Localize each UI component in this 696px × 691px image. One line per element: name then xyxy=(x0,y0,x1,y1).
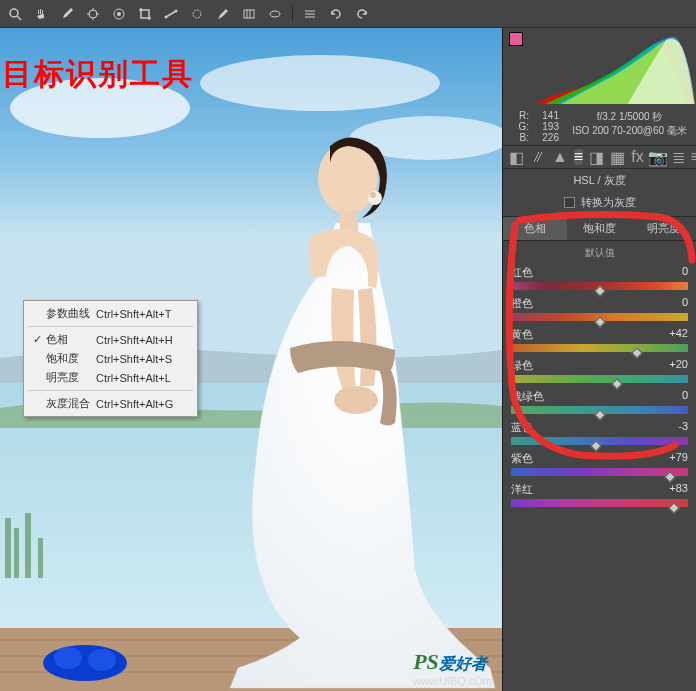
slider-blue[interactable]: 蓝色-3 xyxy=(511,420,688,445)
lens-icon[interactable]: ▦ xyxy=(610,149,625,165)
slider-yellow-value[interactable]: +42 xyxy=(669,327,688,342)
tab-saturation[interactable]: 饱和度 xyxy=(567,217,631,240)
slider-blue-value[interactable]: -3 xyxy=(678,420,688,435)
slider-thumb[interactable] xyxy=(590,440,601,451)
slider-green[interactable]: 绿色+20 xyxy=(511,358,688,383)
grayscale-checkbox[interactable] xyxy=(564,197,575,208)
menu-item-saturation[interactable]: 饱和度 Ctrl+Shft+Alt+S xyxy=(24,349,197,368)
top-toolbar xyxy=(0,0,696,28)
svg-point-0 xyxy=(10,9,18,17)
svg-point-34 xyxy=(54,647,82,669)
slider-magenta-value[interactable]: +83 xyxy=(669,482,688,497)
slider-aqua-value[interactable]: 0 xyxy=(682,389,688,404)
radial-icon[interactable] xyxy=(266,5,284,23)
slider-orange-value[interactable]: 0 xyxy=(682,296,688,311)
panel-menu-icon[interactable]: ≡ xyxy=(691,149,696,165)
svg-point-40 xyxy=(334,386,378,414)
svg-point-22 xyxy=(200,55,440,111)
slider-thumb[interactable] xyxy=(631,347,642,358)
panel-tab-icons: ◧ ⫽ ▲ ≡ ◨ ▦ fx 📷 ≣ ≡ xyxy=(503,145,696,169)
svg-point-10 xyxy=(165,15,168,18)
hsl-tabs: 色相 饱和度 明亮度 xyxy=(503,216,696,241)
slider-green-value[interactable]: +20 xyxy=(669,358,688,373)
slider-thumb[interactable] xyxy=(594,285,605,296)
image-canvas[interactable]: 目标识别工具 参数曲线 Ctrl+Shft+Alt+T ✓ 色相 Ctrl+Sh… xyxy=(0,28,502,691)
slider-aqua[interactable]: 浅绿色0 xyxy=(511,389,688,414)
menu-separator xyxy=(28,326,193,327)
svg-point-2 xyxy=(89,10,97,18)
hsl-icon[interactable]: ≡ xyxy=(574,149,583,165)
histogram[interactable] xyxy=(503,28,696,108)
svg-rect-13 xyxy=(244,10,254,18)
gradient-icon[interactable] xyxy=(240,5,258,23)
menu-item-parametric-curve[interactable]: 参数曲线 Ctrl+Shft+Alt+T xyxy=(24,304,197,323)
slider-purple[interactable]: 紫色+79 xyxy=(511,451,688,476)
brush-icon[interactable] xyxy=(214,5,232,23)
hsl-sliders: 红色0 橙色0 黄色+42 绿色+20 浅绿色0 蓝色-3 xyxy=(503,265,696,513)
split-icon[interactable]: ◨ xyxy=(589,149,604,165)
menu-item-hue[interactable]: ✓ 色相 Ctrl+Shft+Alt+H xyxy=(24,330,197,349)
rotate-ccw-icon[interactable] xyxy=(327,5,345,23)
zoom-icon[interactable] xyxy=(6,5,24,23)
slider-magenta[interactable]: 洋红+83 xyxy=(511,482,688,507)
color-sampler-icon[interactable] xyxy=(84,5,102,23)
fx-icon[interactable]: fx xyxy=(631,149,643,165)
annotation-label: 目标识别工具 xyxy=(2,54,194,95)
rgb-b: 226 xyxy=(529,132,559,143)
slider-orange[interactable]: 橙色0 xyxy=(511,296,688,321)
slider-red-value[interactable]: 0 xyxy=(682,265,688,280)
basic-icon[interactable]: ◧ xyxy=(509,149,524,165)
svg-rect-25 xyxy=(5,518,11,578)
eyedropper-icon[interactable] xyxy=(58,5,76,23)
hand-icon[interactable] xyxy=(32,5,50,23)
tab-luminance[interactable]: 明亮度 xyxy=(632,217,696,240)
sample-swatch[interactable] xyxy=(509,32,523,46)
svg-point-11 xyxy=(175,9,178,12)
watermark: PS爱好者 www.UiBQ.cOm xyxy=(413,649,492,687)
curve-icon[interactable]: ⫽ xyxy=(530,149,546,165)
menu-item-luminance[interactable]: 明亮度 Ctrl+Shft+Alt+L xyxy=(24,368,197,387)
slider-yellow[interactable]: 黄色+42 xyxy=(511,327,688,352)
histogram-canvas xyxy=(527,32,696,104)
menu-item-gray-mix[interactable]: 灰度混合 Ctrl+Shft+Alt+G xyxy=(24,394,197,413)
convert-grayscale-row[interactable]: 转换为灰度 xyxy=(503,192,696,216)
camera-icon[interactable]: 📷 xyxy=(650,149,666,165)
svg-point-38 xyxy=(370,192,376,198)
svg-point-35 xyxy=(88,649,116,671)
check-icon: ✓ xyxy=(28,333,46,346)
right-panel: R:141 G:193 B:226 f/3.2 1/5000 秒 ISO 200… xyxy=(502,28,696,691)
svg-point-8 xyxy=(117,12,121,16)
slider-thumb[interactable] xyxy=(665,471,676,482)
svg-point-12 xyxy=(193,10,201,18)
svg-line-1 xyxy=(17,16,21,20)
slider-thumb[interactable] xyxy=(668,502,679,513)
slider-red[interactable]: 红色0 xyxy=(511,265,688,290)
svg-line-9 xyxy=(166,11,176,17)
target-adjust-icon[interactable] xyxy=(110,5,128,23)
tab-hue[interactable]: 色相 xyxy=(503,217,567,240)
detail-icon[interactable]: ▲ xyxy=(552,149,568,165)
slider-thumb[interactable] xyxy=(594,316,605,327)
presets-icon[interactable]: ≣ xyxy=(672,149,685,165)
spot-icon[interactable] xyxy=(188,5,206,23)
slider-thumb[interactable] xyxy=(612,378,623,389)
panel-title: HSL / 灰度 xyxy=(503,169,696,192)
grayscale-label: 转换为灰度 xyxy=(581,195,636,210)
svg-rect-28 xyxy=(38,538,43,578)
svg-rect-39 xyxy=(340,210,358,232)
default-label: 默认值 xyxy=(503,241,696,265)
exif-line2: ISO 200 70-200@60 毫米 xyxy=(571,124,688,138)
rgb-g: 193 xyxy=(529,121,559,132)
info-readout: R:141 G:193 B:226 f/3.2 1/5000 秒 ISO 200… xyxy=(503,108,696,145)
preferences-icon[interactable] xyxy=(301,5,319,23)
separator xyxy=(292,6,293,22)
rotate-cw-icon[interactable] xyxy=(353,5,371,23)
straighten-icon[interactable] xyxy=(162,5,180,23)
crop-icon[interactable] xyxy=(136,5,154,23)
svg-rect-27 xyxy=(25,513,31,578)
slider-thumb[interactable] xyxy=(594,409,605,420)
svg-rect-26 xyxy=(14,528,19,578)
menu-separator xyxy=(28,390,193,391)
slider-purple-value[interactable]: +79 xyxy=(669,451,688,466)
exif-line1: f/3.2 1/5000 秒 xyxy=(571,110,688,124)
